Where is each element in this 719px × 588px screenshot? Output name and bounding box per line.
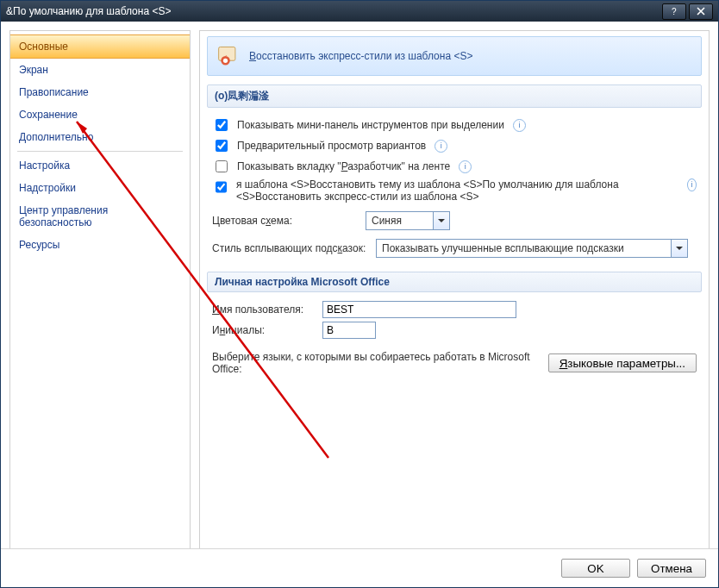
- checkbox-minitoolbar[interactable]: [216, 119, 228, 131]
- chevron-down-icon: [433, 212, 449, 229]
- group-header-personal: Личная настройка Microsoft Office: [207, 272, 702, 292]
- row-username: Имя пользователя:: [212, 299, 697, 320]
- sidebar-item-addins[interactable]: Надстройки: [10, 177, 190, 199]
- checkbox-row-template: я шаблона <S>Восстановить тему из шаблон…: [212, 177, 697, 204]
- select-colorscheme[interactable]: Синяя: [366, 211, 450, 230]
- info-icon[interactable]: i: [435, 140, 447, 153]
- label-minitoolbar: Показывать мини-панель инструментов при …: [237, 119, 504, 131]
- label-developer: Показывать вкладку "Разработчик" на лент…: [237, 160, 450, 172]
- page-banner: Восстановить экспресс-стили из шаблона <…: [207, 36, 702, 76]
- checkbox-preview[interactable]: [216, 140, 228, 152]
- checkbox-developer[interactable]: [216, 160, 228, 172]
- input-initials[interactable]: [322, 322, 376, 339]
- checkbox-row-preview: Предварительный просмотр вариантов i: [212, 135, 697, 156]
- input-username[interactable]: [322, 301, 516, 318]
- sidebar-item-save[interactable]: Сохранение: [10, 103, 190, 126]
- checkbox-row-minitoolbar: Показывать мини-панель инструментов при …: [212, 115, 697, 135]
- info-icon[interactable]: i: [513, 119, 526, 132]
- sidebar-item-trustcenter[interactable]: Центр управления безопасностью: [10, 199, 190, 234]
- row-initials: Инициалы:: [212, 320, 697, 341]
- chevron-down-icon: [671, 240, 687, 257]
- ok-button[interactable]: OK: [561, 559, 630, 578]
- svg-text:?: ?: [672, 7, 677, 16]
- group-body-general: Показывать мини-панель инструментов при …: [207, 108, 702, 263]
- label-colorscheme: Цветовая схема:: [212, 215, 359, 227]
- sidebar-separator: [17, 151, 183, 152]
- svg-point-3: [223, 59, 228, 63]
- content-panel: Восстановить экспресс-стили из шаблона <…: [199, 30, 710, 549]
- row-colorscheme: Цветовая схема: Синяя: [212, 210, 697, 232]
- sidebar-item-display[interactable]: Экран: [10, 59, 190, 81]
- sidebar-item-resources[interactable]: Ресурсы: [10, 234, 190, 256]
- sidebar-item-customize[interactable]: Настройка: [10, 154, 190, 177]
- window-title: &По умолчанию для шаблона <S>: [6, 5, 660, 17]
- options-icon: [216, 44, 241, 68]
- label-tooltipstyle: Стиль всплывающих подсказок:: [212, 242, 369, 254]
- label-template: я шаблона <S>Восстановить тему из шаблон…: [236, 178, 678, 203]
- label-preview: Предварительный просмотр вариантов: [237, 140, 426, 152]
- dialog-footer: OK Отмена: [1, 548, 718, 587]
- sidebar-item-proofing[interactable]: Правописание: [10, 81, 190, 103]
- help-button[interactable]: ?: [662, 3, 686, 20]
- checkbox-template[interactable]: [216, 181, 227, 193]
- row-tooltipstyle: Стиль всплывающих подсказок: Показывать …: [212, 237, 697, 260]
- group-header-general: (o)凨剩㴜滏: [207, 84, 702, 108]
- titlebar: &По умолчанию для шаблона <S> ?: [1, 1, 718, 22]
- select-tooltipstyle[interactable]: Показывать улучшенные всплывающие подска…: [376, 239, 688, 258]
- sidebar-item-general[interactable]: Основные: [10, 34, 190, 59]
- label-languages: Выберите языки, с которыми вы собираетес…: [212, 351, 541, 375]
- checkbox-row-developer: Показывать вкладку "Разработчик" на лент…: [212, 156, 697, 177]
- group-body-personal: Имя пользователя: Инициалы: Выберите язы…: [207, 292, 702, 380]
- label-initials: Инициалы:: [212, 324, 316, 336]
- cancel-button[interactable]: Отмена: [637, 559, 706, 578]
- banner-text: Восстановить экспресс-стили из шаблона <…: [249, 50, 472, 62]
- row-languages: Выберите языки, с которыми вы собираетес…: [212, 349, 697, 377]
- info-icon[interactable]: i: [687, 178, 697, 191]
- options-dialog: &По умолчанию для шаблона <S> ? Основные…: [0, 0, 719, 588]
- label-username: Имя пользователя:: [212, 303, 316, 316]
- close-button[interactable]: [689, 3, 713, 20]
- category-sidebar: Основные Экран Правописание Сохранение Д…: [9, 30, 191, 549]
- info-icon[interactable]: i: [459, 160, 472, 173]
- language-settings-button[interactable]: Языковые параметры...: [548, 353, 697, 372]
- sidebar-item-advanced[interactable]: Дополнительно: [10, 126, 190, 148]
